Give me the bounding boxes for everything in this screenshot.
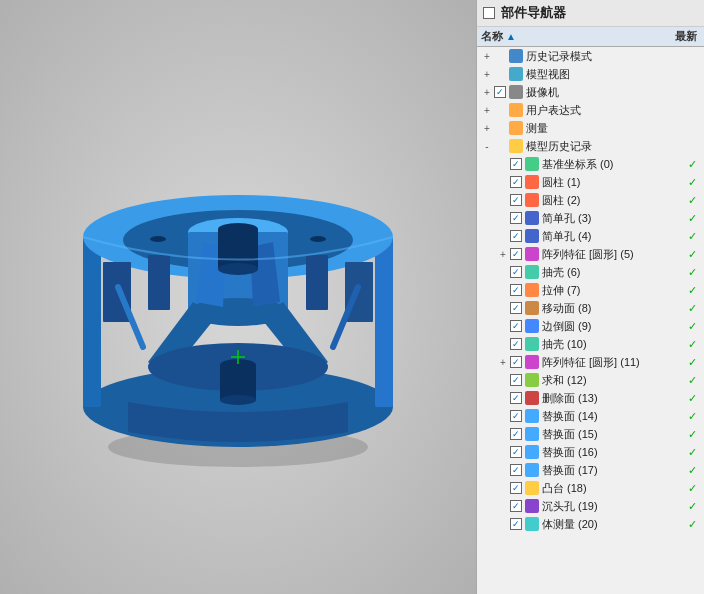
expander-measure[interactable]: + [481,123,493,134]
tree-item-shell6[interactable]: 抽壳 (6) ✓ [477,263,704,281]
label-hole4: 简单孔 (4) [541,229,682,244]
icon-delete [525,391,539,405]
check-csink19[interactable] [509,499,523,513]
icon-array [525,247,539,261]
svg-point-22 [150,236,166,242]
expander-user-expr[interactable]: + [481,105,493,116]
nav-header-checkbox[interactable] [483,7,495,19]
check-volume20[interactable] [509,517,523,531]
tree-item-move8[interactable]: 移动面 (8) ✓ [477,299,704,317]
check-pull7[interactable] [509,283,523,297]
check-camera[interactable] [493,85,507,99]
status-replace17: ✓ [682,464,702,477]
check-replace15[interactable] [509,427,523,441]
expander-camera[interactable]: + [481,87,493,98]
tree-item-combine12[interactable]: 求和 (12) ✓ [477,371,704,389]
col-name-header[interactable]: 名称 ▲ [481,29,672,44]
check-cyl1[interactable] [509,175,523,189]
check-edge9[interactable] [509,319,523,333]
tree-item-hole4[interactable]: 简单孔 (4) ✓ [477,227,704,245]
tree-item-pull7[interactable]: 拉伸 (7) ✓ [477,281,704,299]
expander-model-history[interactable]: - [481,141,493,152]
3d-viewport[interactable] [0,0,476,594]
label-replace14: 替换面 (14) [541,409,682,424]
check-shell6[interactable] [509,265,523,279]
check-hole3[interactable] [509,211,523,225]
label-camera: 摄像机 [525,85,682,100]
tree-item-edge9[interactable]: 边倒圆 (9) ✓ [477,317,704,335]
check-combine12[interactable] [509,373,523,387]
tree-item-camera[interactable]: + 摄像机 [477,83,704,101]
tree-item-replace17[interactable]: 替换面 (17) ✓ [477,461,704,479]
icon-measure [509,121,523,135]
check-replace17[interactable] [509,463,523,477]
icon-history [509,49,523,63]
check-boss18[interactable] [509,481,523,495]
expander-history-mode[interactable]: + [481,51,493,62]
status-delete13: ✓ [682,392,702,405]
label-combine12: 求和 (12) [541,373,682,388]
check-coord[interactable] [509,157,523,171]
tree-item-delete13[interactable]: 删除面 (13) ✓ [477,389,704,407]
tree-item-hole3[interactable]: 简单孔 (3) ✓ [477,209,704,227]
label-move8: 移动面 (8) [541,301,682,316]
icon-volume [525,517,539,531]
tree-item-coord[interactable]: 基准坐标系 (0) ✓ [477,155,704,173]
icon-replace [525,427,539,441]
expander-array5[interactable]: + [497,249,509,260]
expander-model-view[interactable]: + [481,69,493,80]
icon-coord [525,157,539,171]
status-move8: ✓ [682,302,702,315]
tree-item-model-history[interactable]: - 模型历史记录 [477,137,704,155]
label-shell6: 抽壳 (6) [541,265,682,280]
status-cyl2: ✓ [682,194,702,207]
tree-item-volume20[interactable]: 体测量 (20) ✓ [477,515,704,533]
icon-model [509,67,523,81]
tree-item-replace16[interactable]: 替换面 (16) ✓ [477,443,704,461]
nav-panel-title: 部件导航器 [501,4,566,22]
tree-item-model-view[interactable]: + 模型视图 [477,65,704,83]
label-model-history: 模型历史记录 [525,139,682,154]
check-replace14[interactable] [509,409,523,423]
check-replace16[interactable] [509,445,523,459]
tree-item-array11[interactable]: + 阵列特征 [圆形] (11) ✓ [477,353,704,371]
tree-item-replace15[interactable]: 替换面 (15) ✓ [477,425,704,443]
check-array11[interactable] [509,355,523,369]
status-replace14: ✓ [682,410,702,423]
label-shell10: 抽壳 (10) [541,337,682,352]
tree-item-measure[interactable]: + 测量 [477,119,704,137]
label-volume20: 体测量 (20) [541,517,682,532]
check-move8[interactable] [509,301,523,315]
tree-item-shell10[interactable]: 抽壳 (10) ✓ [477,335,704,353]
icon-hole [525,229,539,243]
tree-item-cyl1[interactable]: 圆柱 (1) ✓ [477,173,704,191]
tree-item-history-mode[interactable]: + 历史记录模式 [477,47,704,65]
tree-item-replace14[interactable]: 替换面 (14) ✓ [477,407,704,425]
check-shell10[interactable] [509,337,523,351]
check-delete13[interactable] [509,391,523,405]
icon-user [509,103,523,117]
tree-item-boss18[interactable]: 凸台 (18) ✓ [477,479,704,497]
status-shell10: ✓ [682,338,702,351]
check-array5[interactable] [509,247,523,261]
nav-tree[interactable]: + 历史记录模式 + 模型视图 + 摄像机 + 用户表达式 + 测量 - 模型历… [477,47,704,594]
status-boss18: ✓ [682,482,702,495]
svg-rect-14 [220,365,256,400]
svg-rect-18 [148,255,170,310]
icon-replace [525,445,539,459]
status-volume20: ✓ [682,518,702,531]
check-cyl2[interactable] [509,193,523,207]
label-array5: 阵列特征 [圆形] (5) [541,247,682,262]
expander-array11[interactable]: + [497,357,509,368]
status-coord: ✓ [682,158,702,171]
tree-item-csink19[interactable]: 沉头孔 (19) ✓ [477,497,704,515]
svg-point-12 [218,263,258,275]
tree-item-user-expr[interactable]: + 用户表达式 [477,101,704,119]
status-hole4: ✓ [682,230,702,243]
check-hole4[interactable] [509,229,523,243]
tree-item-cyl2[interactable]: 圆柱 (2) ✓ [477,191,704,209]
label-replace17: 替换面 (17) [541,463,682,478]
label-pull7: 拉伸 (7) [541,283,682,298]
label-csink19: 沉头孔 (19) [541,499,682,514]
tree-item-array5[interactable]: + 阵列特征 [圆形] (5) ✓ [477,245,704,263]
